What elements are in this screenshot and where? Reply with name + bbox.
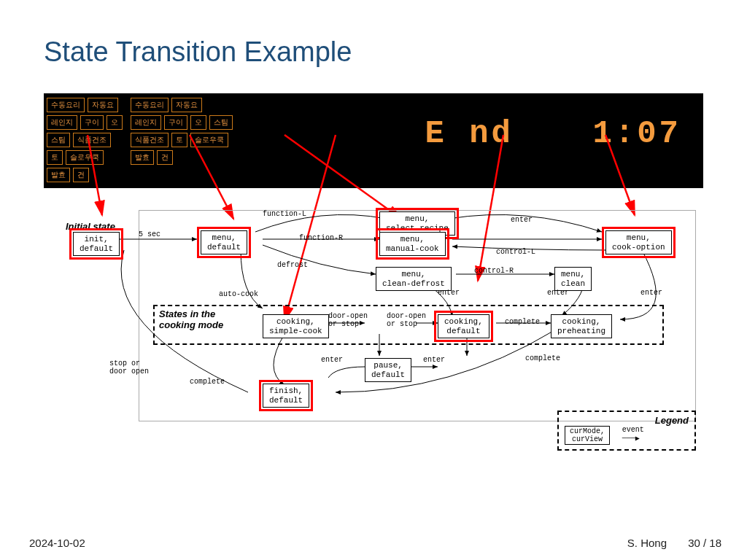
state-menu-cook-option: menu, cook-option: [605, 230, 672, 254]
edge-control-r: control-R: [474, 267, 514, 275]
korean-button: 건: [157, 150, 173, 165]
korean-button: 발효: [47, 168, 70, 182]
korean-button: 토: [47, 150, 63, 165]
edge-control-l: control-L: [496, 248, 535, 256]
seg-display-time: 1:07: [592, 115, 681, 152]
edge-door-open-2: door-open or stop: [387, 312, 426, 328]
korean-button: 수동요리: [47, 98, 85, 112]
korean-button: 수동요리: [131, 98, 169, 112]
state-diagram: Initial state init, default menu, defaul…: [44, 210, 703, 451]
edge-auto-cook: auto-cook: [219, 290, 258, 298]
korean-button: 스팀: [47, 133, 70, 147]
korean-button: 토: [171, 133, 187, 147]
korean-button: 식품건조: [131, 133, 169, 147]
korean-button: 건: [73, 168, 89, 182]
edge-function-r: function-R: [299, 234, 343, 242]
panel-buttons-2: 수동요리자동요레인지구이오스팀식품건조토슬로우쿡발효건: [128, 93, 237, 188]
cooking-mode-label: States in the cooking mode: [159, 308, 223, 330]
edge-function-l: function-L: [263, 210, 306, 218]
legend-title: Legend: [565, 415, 689, 426]
state-pause: pause, default: [365, 358, 411, 382]
korean-button: 슬로우쿡: [190, 133, 228, 147]
korean-button: 슬로우쿡: [66, 150, 104, 165]
edge-enter-1: enter: [511, 216, 533, 224]
initial-state-label: Initial state: [66, 221, 115, 232]
seg-display-end: E nd: [425, 115, 514, 152]
state-menu-manual-cook: menu, manual-cook: [379, 232, 446, 256]
edge-enter-2: enter: [438, 289, 460, 297]
edge-door-open-1: door-open or stop: [328, 312, 368, 328]
legend: Legend curMode, curView event───▶: [557, 411, 696, 451]
korean-button: 오: [190, 115, 206, 130]
edge-complete-3: complete: [190, 378, 225, 386]
state-menu-default: menu, default: [201, 230, 247, 254]
edge-stop-door: stop or door open: [109, 359, 149, 376]
state-menu-clean-defrost: menu, clean-defrost: [376, 267, 452, 291]
state-cooking-simple: cooking, simple-cook: [263, 314, 329, 338]
state-cooking-default: cooking, default: [438, 314, 489, 338]
edge-complete-2: complete: [525, 354, 560, 362]
korean-button: 발효: [131, 150, 154, 165]
edge-5sec: 5 sec: [139, 230, 160, 238]
korean-button: 레인지: [131, 115, 161, 130]
state-cooking-preheating: cooking, preheating: [551, 314, 612, 338]
slide-title: State Transition Example: [44, 36, 703, 68]
edge-enter-3: enter: [547, 289, 569, 297]
footer-page: 30 / 18: [688, 537, 721, 549]
panel-buttons-1: 수동요리자동요레인지구이오스팀식품건조토슬로우쿡발효건: [44, 93, 131, 188]
edge-complete-1: complete: [505, 318, 540, 326]
korean-button: 구이: [164, 115, 187, 130]
state-menu-clean: menu, clean: [554, 267, 592, 291]
korean-button: 자동요: [171, 98, 202, 112]
state-finish: finish, default: [263, 384, 309, 408]
korean-button: 식품건조: [73, 133, 111, 147]
panel-display: E nd 1:07: [237, 93, 703, 188]
korean-button: 오: [107, 115, 123, 130]
photo-strip: 수동요리자동요레인지구이오스팀식품건조토슬로우쿡발효건 수동요리자동요레인지구이…: [44, 93, 703, 188]
legend-event: event───▶: [622, 426, 644, 443]
korean-button: 스팀: [209, 115, 233, 130]
korean-button: 레인지: [47, 115, 77, 130]
korean-button: 구이: [80, 115, 104, 130]
footer-date: 2024-10-02: [29, 537, 85, 549]
legend-state-box: curMode, curView: [565, 426, 610, 445]
korean-button: 자동요: [88, 98, 118, 112]
edge-enter-4: enter: [640, 289, 662, 297]
edge-defrost: defrost: [277, 261, 308, 269]
state-init: init, default: [73, 232, 120, 256]
edge-enter-5: enter: [321, 356, 343, 364]
footer-author: S. Hong: [627, 537, 667, 549]
edge-enter-6: enter: [423, 356, 445, 364]
